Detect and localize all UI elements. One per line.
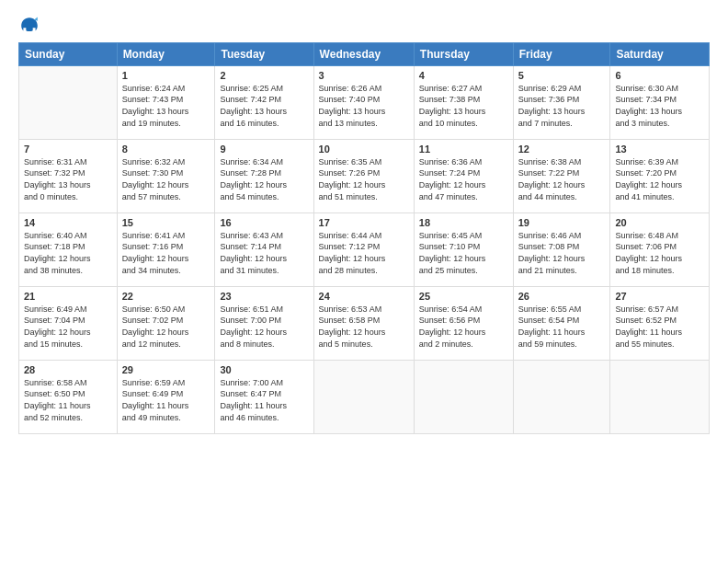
- day-info: Sunrise: 6:26 AM Sunset: 7:40 PM Dayligh…: [319, 83, 409, 129]
- day-number: 11: [419, 144, 508, 155]
- day-info: Sunrise: 6:29 AM Sunset: 7:36 PM Dayligh…: [518, 83, 606, 129]
- calendar-day-cell: 25Sunrise: 6:54 AM Sunset: 6:56 PM Dayli…: [414, 286, 513, 360]
- calendar-day-cell: 14Sunrise: 6:40 AM Sunset: 7:18 PM Dayli…: [19, 213, 118, 286]
- day-number: 12: [518, 144, 606, 155]
- day-number: 7: [24, 144, 112, 155]
- day-info: Sunrise: 6:36 AM Sunset: 7:24 PM Dayligh…: [419, 156, 508, 202]
- day-info: Sunrise: 6:32 AM Sunset: 7:30 PM Dayligh…: [122, 156, 210, 202]
- calendar-day-cell: 21Sunrise: 6:49 AM Sunset: 7:04 PM Dayli…: [19, 286, 118, 360]
- day-of-week-header: Friday: [513, 42, 610, 65]
- calendar-day-cell: 3Sunrise: 6:26 AM Sunset: 7:40 PM Daylig…: [313, 65, 414, 139]
- calendar-day-cell: [313, 360, 414, 433]
- calendar-day-cell: 5Sunrise: 6:29 AM Sunset: 7:36 PM Daylig…: [513, 65, 610, 139]
- calendar-day-cell: [610, 360, 710, 433]
- calendar-day-cell: 11Sunrise: 6:36 AM Sunset: 7:24 PM Dayli…: [414, 139, 513, 213]
- day-number: 14: [24, 217, 112, 228]
- day-number: 28: [24, 364, 112, 375]
- day-number: 3: [319, 70, 409, 81]
- calendar-day-cell: 24Sunrise: 6:53 AM Sunset: 6:58 PM Dayli…: [313, 286, 414, 360]
- day-info: Sunrise: 6:39 AM Sunset: 7:20 PM Dayligh…: [615, 156, 704, 202]
- day-number: 5: [518, 70, 606, 81]
- page: SundayMondayTuesdayWednesdayThursdayFrid…: [0, 0, 728, 563]
- day-number: 21: [24, 291, 112, 302]
- day-info: Sunrise: 6:54 AM Sunset: 6:56 PM Dayligh…: [419, 304, 508, 350]
- day-info: Sunrise: 6:57 AM Sunset: 6:52 PM Dayligh…: [615, 304, 704, 350]
- day-info: Sunrise: 6:35 AM Sunset: 7:26 PM Dayligh…: [319, 156, 409, 202]
- day-number: 22: [122, 291, 210, 302]
- calendar-day-cell: [513, 360, 610, 433]
- day-number: 2: [220, 70, 308, 81]
- day-info: Sunrise: 6:49 AM Sunset: 7:04 PM Dayligh…: [24, 304, 112, 350]
- day-number: 4: [419, 70, 508, 81]
- day-info: Sunrise: 6:48 AM Sunset: 7:06 PM Dayligh…: [615, 230, 704, 276]
- calendar-week-row: 1Sunrise: 6:24 AM Sunset: 7:43 PM Daylig…: [19, 65, 710, 139]
- day-number: 27: [615, 291, 704, 302]
- day-info: Sunrise: 6:59 AM Sunset: 6:49 PM Dayligh…: [122, 377, 210, 423]
- day-info: Sunrise: 6:40 AM Sunset: 7:18 PM Dayligh…: [24, 230, 112, 276]
- day-info: Sunrise: 6:44 AM Sunset: 7:12 PM Dayligh…: [319, 230, 409, 276]
- day-number: 1: [122, 70, 210, 81]
- calendar-day-cell: 17Sunrise: 6:44 AM Sunset: 7:12 PM Dayli…: [313, 213, 414, 286]
- calendar-day-cell: 27Sunrise: 6:57 AM Sunset: 6:52 PM Dayli…: [610, 286, 710, 360]
- calendar-day-cell: 30Sunrise: 7:00 AM Sunset: 6:47 PM Dayli…: [215, 360, 313, 433]
- calendar-day-cell: [19, 65, 118, 139]
- day-number: 25: [419, 291, 508, 302]
- day-info: Sunrise: 6:34 AM Sunset: 7:28 PM Dayligh…: [220, 156, 308, 202]
- day-info: Sunrise: 6:58 AM Sunset: 6:50 PM Dayligh…: [24, 377, 112, 423]
- day-number: 23: [220, 291, 308, 302]
- day-of-week-header: Tuesday: [215, 42, 313, 65]
- calendar-day-cell: 20Sunrise: 6:48 AM Sunset: 7:06 PM Dayli…: [610, 213, 710, 286]
- day-of-week-header: Thursday: [414, 42, 513, 65]
- day-of-week-header: Wednesday: [313, 42, 414, 65]
- calendar-day-cell: 12Sunrise: 6:38 AM Sunset: 7:22 PM Dayli…: [513, 139, 610, 213]
- calendar-day-cell: 28Sunrise: 6:58 AM Sunset: 6:50 PM Dayli…: [19, 360, 118, 433]
- day-info: Sunrise: 6:50 AM Sunset: 7:02 PM Dayligh…: [122, 304, 210, 350]
- calendar-day-cell: 15Sunrise: 6:41 AM Sunset: 7:16 PM Dayli…: [117, 213, 215, 286]
- day-info: Sunrise: 6:27 AM Sunset: 7:38 PM Dayligh…: [419, 83, 508, 129]
- day-info: Sunrise: 7:00 AM Sunset: 6:47 PM Dayligh…: [220, 377, 308, 423]
- day-number: 6: [615, 70, 704, 81]
- day-number: 9: [220, 144, 308, 155]
- day-info: Sunrise: 6:45 AM Sunset: 7:10 PM Dayligh…: [419, 230, 508, 276]
- calendar-day-cell: 10Sunrise: 6:35 AM Sunset: 7:26 PM Dayli…: [313, 139, 414, 213]
- calendar-day-cell: 1Sunrise: 6:24 AM Sunset: 7:43 PM Daylig…: [117, 65, 215, 139]
- calendar-day-cell: 6Sunrise: 6:30 AM Sunset: 7:34 PM Daylig…: [610, 65, 710, 139]
- day-info: Sunrise: 6:31 AM Sunset: 7:32 PM Dayligh…: [24, 156, 112, 202]
- calendar-week-row: 21Sunrise: 6:49 AM Sunset: 7:04 PM Dayli…: [19, 286, 710, 360]
- day-number: 17: [319, 217, 409, 228]
- day-info: Sunrise: 6:53 AM Sunset: 6:58 PM Dayligh…: [319, 304, 409, 350]
- calendar-week-row: 14Sunrise: 6:40 AM Sunset: 7:18 PM Dayli…: [19, 213, 710, 286]
- day-number: 29: [122, 364, 210, 375]
- day-number: 19: [518, 217, 606, 228]
- day-info: Sunrise: 6:55 AM Sunset: 6:54 PM Dayligh…: [518, 304, 606, 350]
- calendar-day-cell: 9Sunrise: 6:34 AM Sunset: 7:28 PM Daylig…: [215, 139, 313, 213]
- day-info: Sunrise: 6:41 AM Sunset: 7:16 PM Dayligh…: [122, 230, 210, 276]
- calendar-week-row: 28Sunrise: 6:58 AM Sunset: 6:50 PM Dayli…: [19, 360, 710, 433]
- svg-rect-1: [26, 23, 34, 27]
- calendar-day-cell: 16Sunrise: 6:43 AM Sunset: 7:14 PM Dayli…: [215, 213, 313, 286]
- calendar-day-cell: 23Sunrise: 6:51 AM Sunset: 7:00 PM Dayli…: [215, 286, 313, 360]
- day-number: 15: [122, 217, 210, 228]
- calendar-day-cell: 2Sunrise: 6:25 AM Sunset: 7:42 PM Daylig…: [215, 65, 313, 139]
- day-number: 30: [220, 364, 308, 375]
- calendar-day-cell: 29Sunrise: 6:59 AM Sunset: 6:49 PM Dayli…: [117, 360, 215, 433]
- day-number: 20: [615, 217, 704, 228]
- day-of-week-header: Sunday: [19, 42, 118, 65]
- day-number: 10: [319, 144, 409, 155]
- logo: [18, 15, 41, 33]
- day-of-week-header: Saturday: [610, 42, 710, 65]
- day-number: 24: [319, 291, 409, 302]
- day-info: Sunrise: 6:43 AM Sunset: 7:14 PM Dayligh…: [220, 230, 308, 276]
- calendar-day-cell: 19Sunrise: 6:46 AM Sunset: 7:08 PM Dayli…: [513, 213, 610, 286]
- calendar-day-cell: 4Sunrise: 6:27 AM Sunset: 7:38 PM Daylig…: [414, 65, 513, 139]
- calendar-day-cell: 13Sunrise: 6:39 AM Sunset: 7:20 PM Dayli…: [610, 139, 710, 213]
- day-info: Sunrise: 6:30 AM Sunset: 7:34 PM Dayligh…: [615, 83, 704, 129]
- day-info: Sunrise: 6:25 AM Sunset: 7:42 PM Dayligh…: [220, 83, 308, 129]
- day-number: 13: [615, 144, 704, 155]
- calendar-day-cell: 7Sunrise: 6:31 AM Sunset: 7:32 PM Daylig…: [19, 139, 118, 213]
- day-number: 16: [220, 217, 308, 228]
- calendar-day-cell: [414, 360, 513, 433]
- day-number: 8: [122, 144, 210, 155]
- day-number: 26: [518, 291, 606, 302]
- day-of-week-header: Monday: [117, 42, 215, 65]
